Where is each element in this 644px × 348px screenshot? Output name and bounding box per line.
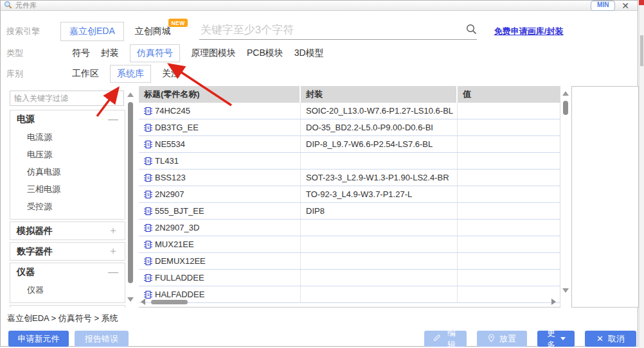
search-input[interactable] [199,23,462,37]
part-name: BSS123 [155,173,186,182]
cancel-button[interactable]: ✕ 取消 [585,331,636,347]
tree-category[interactable]: 数字器件＋ [10,243,125,260]
svg-text:s: s [147,259,150,263]
scroll-up-icon[interactable] [562,91,569,96]
column-header-footprint[interactable]: 封装 [301,86,458,103]
part-title-cell: sBSS123 [139,170,301,186]
place-button[interactable]: 放置 [477,331,527,347]
table-row[interactable]: s74HC245SOIC-20_L13.0-W7.6-P1.27-LS10.6-… [139,103,560,119]
category-tab[interactable]: 封装 [101,48,119,59]
search-engine-label: 搜索引擎 [1,26,60,37]
expand-icon[interactable]: ＋ [108,245,118,258]
more-button[interactable]: 更多 [537,331,575,347]
sim-symbol-icon: s [144,190,152,199]
table-row[interactable]: sDEMUX12EE [139,253,560,270]
value-cell [458,153,560,169]
tree-scrollbar-thumb[interactable] [128,102,133,283]
engine-tab-lcsc-mall[interactable]: 立创商城 NEW [135,26,171,37]
table-scrollbar[interactable] [562,90,570,294]
category-tab[interactable]: 3D模型 [294,48,324,59]
category-tabs: 符号封装仿真符号原理图模块PCB模块3D模型 [72,44,324,62]
category-tab[interactable]: 符号 [72,48,90,59]
apply-library-link[interactable]: 免费申请画库/封装 [494,26,564,37]
sim-symbol-icon: s [144,107,152,116]
tree-category[interactable]: 电源— [10,110,125,128]
scroll-left-icon[interactable] [141,299,145,305]
button-label: 放置 [499,333,516,345]
category-tree: 电源—电流源电压源仿真电源三相电源受控源模拟器件＋数字器件＋仪器—仪器运算放大器… [10,110,125,308]
tree-item[interactable]: 仪器 [10,281,125,299]
engine-tab-jlceda[interactable]: 嘉立创EDA [60,22,124,41]
tree-category[interactable]: 仪器— [10,263,125,281]
footprint-cell: DIP-8_L9.7-W6.6-P2.54-LS7.6-BL [301,136,458,152]
footprint-cell [301,236,458,252]
value-cell [458,236,560,252]
scroll-down-icon[interactable] [562,288,569,293]
part-title-cell: sDEMUX12EE [139,253,301,269]
tree-item[interactable]: 三相电源 [10,180,125,198]
table-row[interactable]: sFULLADDEE [139,270,560,286]
footprint-cell: DO-35_BD2.2-L5.0-P9.00-D0.6-BI [301,119,458,135]
hscrollbar-thumb[interactable] [151,300,188,304]
part-name: 2N2907_3D [155,223,199,232]
footprint-cell: SOIC-20_L13.0-W7.6-P1.27-LS10.6-BL [301,103,458,119]
category-tab[interactable]: 原理图模块 [191,48,236,59]
part-title-cell: sFULLADDEE [139,270,301,286]
category-tab[interactable]: 仿真符号 [130,44,180,62]
engine-tab-label: 立创商城 [135,26,171,36]
table-row[interactable]: sNE5534DIP-8_L9.7-W6.6-P2.54-LS7.6-BL [139,136,560,153]
scroll-down-icon[interactable] [127,297,134,302]
part-title-cell: sDB3TG_EE [139,119,301,135]
library-tab[interactable]: 关注 [162,68,180,80]
svg-text:s: s [147,159,150,163]
tree-filter-input[interactable] [10,91,124,106]
expand-icon[interactable]: ＋ [108,224,118,238]
part-name: FULLADDEE [155,273,204,283]
value-cell [458,170,560,186]
value-cell [458,186,560,202]
column-header-title[interactable]: 标题(零件名称) [139,86,301,103]
table-row[interactable]: s2N2907_3D [139,220,560,236]
apply-new-part-button[interactable]: 申请新元件 [8,331,69,347]
tree-item[interactable]: 受控源 [10,198,125,215]
scroll-right-icon[interactable] [551,299,556,305]
part-name: DEMUX12EE [155,256,206,266]
collapse-icon[interactable]: — [108,114,118,125]
minimize-button[interactable]: MIN [591,1,615,11]
table-row[interactable]: sDB3TG_EEDO-35_BD2.2-L5.0-P9.00-D0.6-BI [139,119,560,136]
value-cell [458,119,560,135]
tree-group: 运算放大器＋ [10,305,125,308]
collapse-icon[interactable]: — [108,266,118,278]
table-row[interactable]: sMUX21EE [139,236,560,253]
page-scrollbar-thumb[interactable] [640,35,643,66]
table-hscrollbar[interactable] [141,297,557,306]
svg-text:s: s [147,125,150,130]
library-tabs: 工作区系统库关注 [72,65,180,83]
report-error-button[interactable]: 报告错误 [75,331,129,347]
value-cell [458,136,560,152]
search-icon[interactable] [466,24,477,37]
footprint-cell [301,153,458,169]
footer-left: 申请新元件 报告错误 [8,331,129,347]
table-row[interactable]: s555_BJT_EEDIP8 [139,203,560,220]
tree-item[interactable]: 仿真电源 [10,163,125,180]
tree-scrollbar[interactable] [127,91,135,303]
category-tab[interactable]: PCB模块 [247,48,283,59]
page-scrollbar[interactable] [639,0,644,348]
library-tab[interactable]: 系统库 [110,65,151,83]
part-title-cell: sNE5534 [139,136,301,152]
close-icon[interactable]: ✕ [622,1,629,10]
table-row[interactable]: sBSS123SOT-23-3_L2.9-W1.3-P1.90-LS2.4-BR [139,170,560,186]
library-tab[interactable]: 工作区 [72,68,99,80]
edit-button[interactable]: 编辑 [424,331,467,347]
table-scrollbar-thumb[interactable] [563,101,568,115]
table-row[interactable]: s2N2907TO-92-3_L4.9-W3.7-P1.27-L [139,186,560,203]
column-header-value[interactable]: 值 [458,86,560,103]
table-row[interactable]: sTL431 [139,153,560,170]
tree-item[interactable]: 电压源 [10,146,125,163]
tree-category[interactable]: 运算放大器＋ [10,306,125,308]
scroll-up-icon[interactable] [127,92,134,97]
tree-category[interactable]: 模拟器件＋ [10,222,125,239]
tree-item[interactable]: 电流源 [10,128,125,146]
tree-category-label: 电源 [17,114,35,125]
